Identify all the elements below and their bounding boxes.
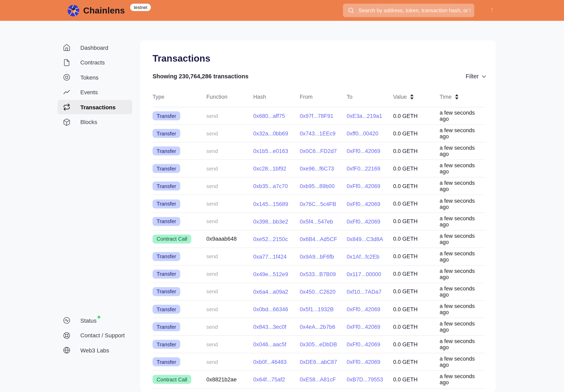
from-address-link[interactable]: 0x305...eDbDB [300,342,337,348]
column-header-hash: Hash [253,94,300,100]
hash-link[interactable]: 0x680...aff75 [253,113,285,119]
hash-link[interactable]: 0x398...bb3e2 [253,218,288,224]
sort-icon[interactable] [410,94,413,99]
from-address-link[interactable]: 0xe96...f6C73 [300,166,334,172]
sort-icon[interactable] [455,94,458,99]
from-address-link[interactable]: 0x6B4...Ad5CF [300,236,337,242]
to-address-link[interactable]: 0xFf0...42069 [347,342,380,348]
transaction-row: Transfersend0x843...3ec0f0x4eA...2b7b60x… [152,318,485,336]
hash-link[interactable]: 0x6a4...a09a2 [253,289,288,295]
to-address-link[interactable]: 0xff0...00420 [347,130,378,137]
hash-link[interactable]: 0x32a...0bb69 [253,130,288,137]
from-address-link[interactable]: 0x5f1...1932B [300,306,334,312]
sidebar-item-contracts[interactable]: Contracts [57,55,132,70]
filter-button[interactable]: Filter [466,73,485,80]
to-address-link[interactable]: 0xFf0...42069 [347,324,380,330]
hash-link[interactable]: 0x145...15689 [253,201,288,207]
type-badge: Transfer [152,164,180,173]
from-address-link[interactable]: 0x0C6...FD2d7 [300,148,337,154]
time-cell: a few seconds ago [440,145,485,157]
transaction-row: Transfersend0xa77...1f4240x9A9...bF6fb0x… [152,248,485,266]
sidebar-item-events[interactable]: Events [57,85,132,99]
brand-name: Chainlens [83,5,125,15]
column-header-to: To [347,94,393,100]
to-address-link[interactable]: 0xFf0...42069 [347,306,380,312]
function-cell: 0x9aaab648 [206,236,253,242]
to-address-link[interactable]: 0xfF0...22169 [347,166,380,172]
time-cell: a few seconds ago [440,321,485,333]
to-address-link[interactable]: 0x1Af...fc2Eb [347,254,379,260]
time-cell: a few seconds ago [440,127,485,140]
from-address-link[interactable]: 0xb95...89b00 [300,183,335,189]
sidebar-item-dashboard[interactable]: Dashboard [57,40,132,55]
hash-link[interactable]: 0x64f...75af2 [253,377,285,383]
hash-link[interactable]: 0x0bd...66346 [253,306,288,312]
document-icon [62,58,70,67]
theme-toggle-button[interactable] [485,5,495,16]
column-header-value[interactable]: Value [393,94,440,100]
from-address-link[interactable]: 0x76C...5c4FB [300,201,336,207]
transaction-row: Transfersend0x398...bb3e20x5f4...547eb0x… [152,213,485,230]
sidebar-item-status[interactable]: Status [57,313,132,328]
type-badge: Transfer [152,129,180,138]
from-address-link[interactable]: 0x743...1EEc9 [300,130,336,137]
table-toolbar: Showing 230,764,286 transactions Filter [152,73,485,80]
function-cell: send [206,201,253,207]
sidebar-item-tokens[interactable]: Tokens [57,70,132,84]
column-header-function: Function [206,94,253,100]
trend-icon [62,88,70,96]
to-address-link[interactable]: 0xFf0...42069 [347,218,380,224]
to-address-link[interactable]: 0x849...C3d8A [347,236,383,242]
hash-link[interactable]: 0xa77...1f424 [253,254,287,260]
transactions-count: Showing 230,764,286 transactions [152,73,248,80]
value-cell: 0.0 GETH [393,253,440,260]
to-address-link[interactable]: 0xf10...7ADa7 [347,289,382,295]
time-cell: a few seconds ago [440,163,485,175]
time-cell: a few seconds ago [440,215,485,227]
from-address-link[interactable]: 0x5f4...547eb [300,218,333,224]
type-badge: Transfer [152,146,180,155]
transaction-row: Transfersend0x32a...0bb690x743...1EEc90x… [152,125,485,142]
to-address-link[interactable]: 0xE3a...219a1 [347,113,382,119]
from-address-link[interactable]: 0xDE6...abC87 [300,359,337,365]
sidebar-item-blocks[interactable]: Blocks [57,115,132,129]
column-header-type: Type [152,94,206,100]
sidebar-item-transactions[interactable]: Transactions [57,100,132,114]
hash-link[interactable]: 0x1b5...e0163 [253,148,288,154]
time-cell: a few seconds ago [440,180,485,192]
brand-link[interactable]: Chainlens testnet [67,0,151,21]
hash-link[interactable]: 0xe52...2150c [253,236,288,242]
column-header-time[interactable]: Time [440,94,485,100]
value-cell: 0.0 GETH [393,289,440,295]
to-address-link[interactable]: 0x117...00000 [347,271,381,277]
hash-link[interactable]: 0x49e...512e9 [253,271,288,277]
to-address-link[interactable]: 0xFf0...42069 [347,201,380,207]
hash-link[interactable]: 0xc28...1bf92 [253,166,286,172]
hash-link[interactable]: 0xb0f...46483 [253,359,287,365]
to-address-link[interactable]: 0xFf0...42069 [347,183,380,189]
from-address-link[interactable]: 0xE58...A81cF [300,377,336,383]
hash-link[interactable]: 0x046...aac5f [253,342,286,348]
from-address-link[interactable]: 0x9A9...bF6fb [300,254,334,260]
sidebar-item-web3-labs[interactable]: Web3 Labs [57,343,132,357]
value-cell: 0.0 GETH [393,201,440,207]
time-cell: a few seconds ago [440,303,485,315]
filter-label: Filter [466,73,479,80]
time-cell: a few seconds ago [440,373,485,386]
to-address-link[interactable]: 0xFf0...42069 [347,148,380,154]
from-address-link[interactable]: 0x97f...78F91 [300,113,333,119]
value-cell: 0.0 GETH [393,341,440,348]
value-cell: 0.0 GETH [393,359,440,365]
sidebar-item-contact-support[interactable]: Contact / Support [57,328,132,342]
function-cell: send [206,324,253,330]
from-address-link[interactable]: 0x4eA...2b7b6 [300,324,335,330]
column-label: Type [152,94,165,100]
to-address-link[interactable]: 0xFf0...42069 [347,359,380,365]
from-address-link[interactable]: 0x450...C2620 [300,289,336,295]
to-address-link[interactable]: 0xB7D...79553 [347,377,383,383]
sidebar-item-label: Events [80,89,98,96]
from-address-link[interactable]: 0x533...B7B09 [300,271,336,277]
search-input[interactable] [343,4,474,17]
hash-link[interactable]: 0xb35...a7c70 [253,183,288,189]
hash-link[interactable]: 0x843...3ec0f [253,324,286,330]
